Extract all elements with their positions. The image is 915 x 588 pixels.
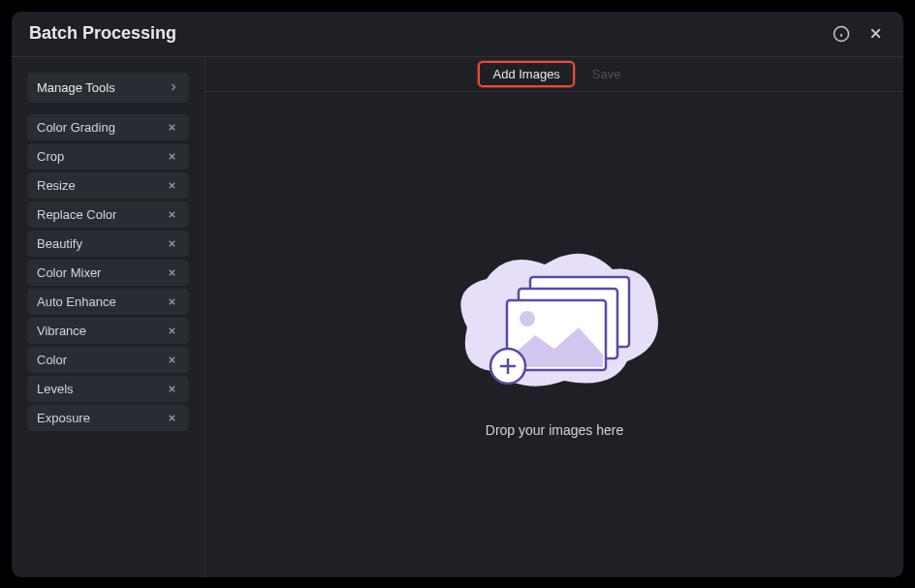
modal-title: Batch Processing [29,23,176,44]
main-area: Add Images Save Drop [205,57,903,577]
add-images-button[interactable]: Add Images [478,61,574,87]
tool-label: Color Grading [37,120,115,135]
sidebar: Manage Tools Color Grading Crop [12,57,205,577]
tool-label: Exposure [37,411,90,425]
info-button[interactable] [831,23,852,45]
drop-area[interactable]: Drop your images here [205,92,903,577]
batch-processing-modal: Batch Processing Manage Tools [12,12,903,577]
close-icon [868,25,884,42]
close-icon [167,151,177,162]
tool-remove-button[interactable] [165,120,179,135]
tool-remove-button[interactable] [165,353,179,367]
tool-remove-button[interactable] [165,324,179,338]
close-icon [167,238,177,249]
tool-remove-button[interactable] [165,207,179,222]
toolbar: Add Images Save [205,57,903,92]
tool-remove-button[interactable] [165,236,179,251]
close-button[interactable] [866,23,886,44]
close-icon [167,296,177,307]
tool-label: Vibrance [37,324,86,338]
tool-item-auto-enhance[interactable]: Auto Enhance [27,289,189,315]
tool-item-color[interactable]: Color [27,347,189,373]
save-button[interactable]: Save [583,63,631,85]
manage-tools-label: Manage Tools [37,80,115,95]
tool-item-color-grading[interactable]: Color Grading [27,114,189,140]
chevron-right-icon [168,81,179,93]
tool-item-vibrance[interactable]: Vibrance [27,318,189,344]
manage-tools-button[interactable]: Manage Tools [27,73,189,103]
tool-list: Color Grading Crop Resize [27,114,189,431]
drop-text: Drop your images here [486,422,623,438]
tool-remove-button[interactable] [165,178,179,193]
info-icon [833,25,850,43]
tool-label: Color [37,353,67,367]
close-icon [167,384,177,394]
tool-remove-button[interactable] [165,382,179,396]
tool-remove-button[interactable] [165,265,179,280]
tool-label: Auto Enhance [37,294,116,309]
close-icon [167,267,177,278]
tool-item-replace-color[interactable]: Replace Color [27,201,189,228]
tool-remove-button[interactable] [165,149,179,164]
tool-item-crop[interactable]: Crop [27,143,189,170]
header-actions [831,23,886,45]
tool-label: Beautify [37,236,82,251]
close-icon [167,209,177,220]
tool-item-exposure[interactable]: Exposure [27,405,189,431]
tool-item-levels[interactable]: Levels [27,376,189,402]
close-icon [167,325,177,336]
modal-body: Manage Tools Color Grading Crop [12,57,903,577]
drop-illustration-icon [438,231,671,405]
tool-label: Replace Color [37,207,116,222]
close-icon [167,413,177,423]
tool-label: Crop [37,149,64,164]
modal-header: Batch Processing [12,12,903,57]
tool-remove-button[interactable] [165,294,179,309]
tool-item-resize[interactable]: Resize [27,172,189,199]
svg-point-30 [520,311,535,326]
close-icon [167,355,177,365]
tool-item-color-mixer[interactable]: Color Mixer [27,260,189,286]
tool-label: Color Mixer [37,265,101,280]
tool-label: Resize [37,178,76,193]
tool-label: Levels [37,382,74,396]
tool-item-beautify[interactable]: Beautify [27,231,189,257]
tool-remove-button[interactable] [165,411,179,425]
close-icon [167,122,177,133]
close-icon [167,180,177,191]
